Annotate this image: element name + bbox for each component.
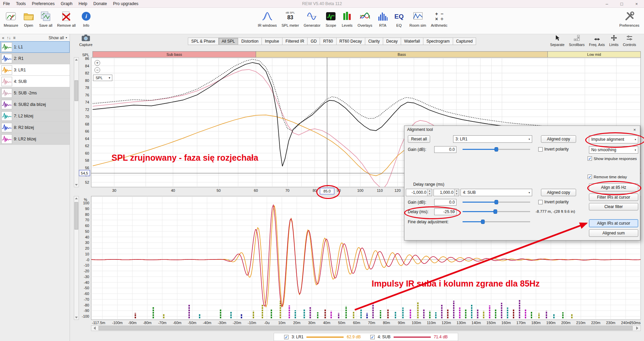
invert-polarity-checkbox-2[interactable]: Invert polarity: [538, 200, 569, 204]
tab-rt60[interactable]: RT60: [320, 38, 336, 45]
menu-tools[interactable]: Tools: [13, 1, 29, 7]
measurement-item-l1[interactable]: 1: L1: [0, 41, 70, 53]
invert-polarity-checkbox-1[interactable]: Invert polarity: [538, 147, 569, 152]
legend-checkbox[interactable]: ✓: [370, 335, 375, 339]
target-measurement-select[interactable]: 4: SUB ▼: [461, 189, 532, 196]
measurement-item-r1[interactable]: 2: R1: [0, 53, 70, 64]
separate-button[interactable]: Separate: [550, 35, 565, 47]
close-icon[interactable]: ×: [632, 127, 637, 132]
reference-measurement-select[interactable]: 3: LR1 ▼: [453, 135, 532, 143]
dialog-titlebar[interactable]: Alignment tool ×: [404, 126, 640, 133]
measurement-label: 2: R1: [14, 56, 24, 61]
button-label: Controls: [623, 43, 636, 47]
collapse-sidebar-icon[interactable]: «: [2, 36, 4, 40]
info-button[interactable]: iInfo: [78, 9, 94, 28]
aligned-sum-button[interactable]: Aligned sum: [589, 229, 638, 237]
tab-distortion[interactable]: Distortion: [238, 38, 262, 45]
scope-button[interactable]: Scope: [323, 9, 339, 28]
tab-spectrogram[interactable]: Spectrogram: [423, 38, 453, 45]
overlays-button[interactable]: Overlays: [355, 9, 374, 28]
levels-button[interactable]: Levels: [339, 9, 355, 28]
bottom-graph-vertical-scrollbar[interactable]: [74, 196, 79, 320]
tab-filtered-ir[interactable]: Filtered IR: [282, 38, 307, 45]
svg-text:-0u: -0u: [264, 321, 270, 325]
remove-time-delay-checkbox[interactable]: ✓ Remove time delay: [588, 175, 627, 179]
menu-graph[interactable]: Graph: [58, 1, 76, 7]
top-graph-vertical-scrollbar[interactable]: [74, 58, 79, 187]
menu-pro-upgrades[interactable]: Pro upgrades: [110, 1, 142, 7]
rta-icon: [377, 9, 389, 23]
eq-button[interactable]: EQEQ: [391, 9, 407, 28]
scrollbars-button[interactable]: Scrollbars: [569, 35, 585, 47]
measurement-item-l2-blizej[interactable]: 7: L2 blizej: [0, 110, 70, 122]
tab-captured[interactable]: Captured: [453, 38, 476, 45]
tab-impulse[interactable]: Impulse: [262, 38, 282, 45]
menu-donate[interactable]: Donate: [90, 1, 110, 7]
scope-icon: [325, 9, 337, 23]
generator-button[interactable]: Generator: [301, 9, 323, 28]
menu-file[interactable]: File: [0, 1, 13, 7]
legend-checkbox[interactable]: ✓: [284, 335, 289, 339]
minimize-button[interactable]: –: [599, 1, 614, 7]
gain-slider-1[interactable]: [463, 147, 530, 152]
spinner-arrows-icon[interactable]: ▲▼: [454, 189, 459, 196]
delay-range-min-spinner[interactable]: -1,000.0 ▲▼: [406, 189, 432, 196]
close-button[interactable]: ×: [629, 1, 644, 7]
remove-all-button[interactable]: Remove all: [55, 9, 78, 28]
tab-clarity[interactable]: Clarity: [365, 38, 383, 45]
toolbar-button-label: Overlays: [357, 23, 372, 27]
measurement-item-r2-blizej[interactable]: 8: R2 blizej: [0, 122, 70, 133]
measurement-item-lr1[interactable]: 3: LR1: [0, 64, 70, 76]
svg-text:66: 66: [85, 129, 89, 133]
sort-icon[interactable]: ↑↓: [7, 36, 11, 40]
gain-input-2[interactable]: 0.0: [434, 199, 456, 206]
tab-all-spl[interactable]: All SPL: [219, 38, 238, 45]
checkbox-label: Invert polarity: [544, 147, 569, 152]
measure-button[interactable]: Measure: [1, 9, 21, 28]
tab-waterfall[interactable]: Waterfall: [401, 38, 423, 45]
limits-button[interactable]: Limits: [609, 35, 618, 47]
aligned-copy-button-1[interactable]: Aligned copy: [541, 135, 576, 143]
tab-decay[interactable]: Decay: [383, 38, 401, 45]
spl-meter-button[interactable]: dB SPL83SPL meter: [279, 9, 301, 28]
svg-text:100m: 100m: [412, 321, 421, 325]
list-menu-icon[interactable]: ≡: [13, 36, 16, 40]
clear-filter-button[interactable]: Clear filter: [589, 203, 638, 210]
freq-axis-button[interactable]: Freq. Axis: [589, 35, 605, 47]
arithmetic-button[interactable]: +−×÷Arithmetic: [428, 9, 450, 28]
delay-slider[interactable]: [463, 209, 530, 214]
gain-input-1[interactable]: 0.0: [434, 146, 456, 153]
spinner-arrows-icon[interactable]: ▲▼: [427, 189, 432, 196]
maximize-button[interactable]: □: [614, 1, 629, 7]
measurement-item-sub-2ms[interactable]: 5: SUB -2ms: [0, 87, 70, 99]
reset-all-button[interactable]: Reset all: [408, 135, 430, 143]
show-impulse-responses-checkbox[interactable]: ✓ Show impulse responses: [588, 156, 637, 161]
measurement-item-lr2-blizej[interactable]: 9: LR2 blizej: [0, 133, 70, 145]
gain-slider-2[interactable]: [463, 200, 530, 205]
room-sim-button[interactable]: Room sim: [407, 9, 429, 28]
fine-delay-slider[interactable]: [463, 219, 530, 224]
delay-range-max-spinner[interactable]: 1,000.0 ▲▼: [434, 189, 459, 196]
tab-rt60-decay[interactable]: RT60 Decay: [337, 38, 365, 45]
open-button[interactable]: Open: [21, 9, 37, 28]
measurement-item-sub[interactable]: 4: SUB: [0, 76, 70, 87]
svg-text:÷: ÷: [441, 16, 443, 22]
toolbar-button-label: Arithmetic: [431, 23, 447, 27]
rta-button[interactable]: RTA: [375, 9, 391, 28]
show-all-dropdown[interactable]: Show all ▼: [49, 36, 68, 40]
tab-gd[interactable]: GD: [307, 38, 320, 45]
measurement-item-sub2-dla-blizej[interactable]: 6: SUB2 dla blizej: [0, 99, 70, 110]
preferences-button[interactable]: Preferences: [617, 9, 642, 28]
align-irs-at-cursor-button[interactable]: Align IRs at cursor: [589, 219, 638, 227]
svg-text:40: 40: [171, 188, 175, 192]
checkbox-box: [538, 200, 543, 204]
ir-windows-button[interactable]: IR windows: [255, 9, 279, 28]
aligned-copy-button-2[interactable]: Aligned copy: [541, 189, 576, 196]
graph-horizontal-scrollbar[interactable]: [91, 325, 641, 331]
tab-spl-phase[interactable]: SPL & Phase: [188, 38, 219, 45]
menu-help[interactable]: Help: [76, 1, 91, 7]
save-all-button[interactable]: Save all: [37, 9, 55, 28]
capture-button[interactable]: Capture: [75, 33, 97, 47]
controls-button[interactable]: Controls: [623, 35, 636, 47]
menu-preferences[interactable]: Preferences: [29, 1, 57, 7]
